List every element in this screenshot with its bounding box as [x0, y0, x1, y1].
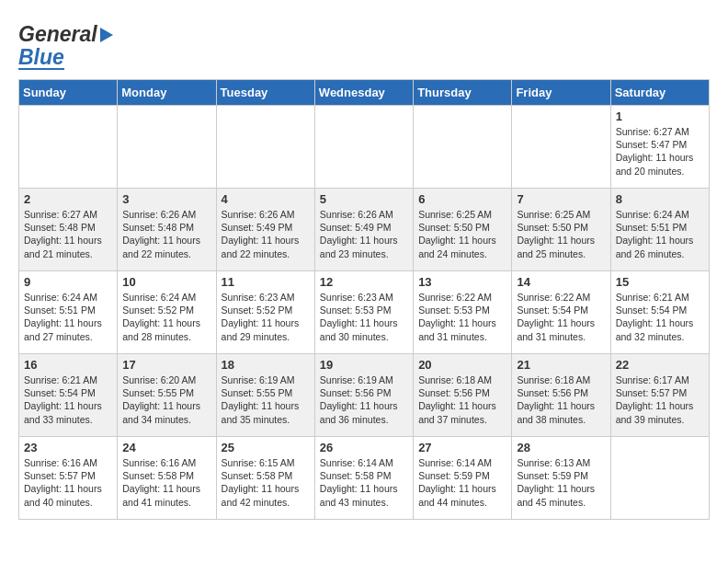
day-number: 18 [222, 358, 310, 372]
logo-arrow-icon [100, 28, 113, 42]
calendar-cell: 10Sunrise: 6:24 AM Sunset: 5:52 PM Dayli… [118, 271, 216, 354]
calendar-cell: 12Sunrise: 6:23 AM Sunset: 5:53 PM Dayli… [314, 271, 413, 354]
day-of-week-header: Monday [118, 80, 216, 106]
calendar-cell: 18Sunrise: 6:19 AM Sunset: 5:55 PM Dayli… [216, 354, 314, 437]
day-info: Sunrise: 6:24 AM Sunset: 5:51 PM Dayligh… [24, 291, 112, 343]
day-number: 24 [122, 441, 210, 454]
calendar-cell [314, 106, 413, 189]
day-info: Sunrise: 6:17 AM Sunset: 5:57 PM Dayligh… [616, 373, 704, 426]
day-info: Sunrise: 6:24 AM Sunset: 5:52 PM Dayligh… [122, 291, 210, 343]
day-number: 16 [24, 358, 112, 372]
day-info: Sunrise: 6:25 AM Sunset: 5:50 PM Dayligh… [418, 208, 506, 260]
day-info: Sunrise: 6:23 AM Sunset: 5:52 PM Dayligh… [222, 291, 310, 343]
logo-general-text: General [18, 22, 97, 47]
calendar-cell: 14Sunrise: 6:22 AM Sunset: 5:54 PM Dayli… [512, 271, 610, 354]
day-of-week-header: Friday [512, 80, 610, 106]
calendar-cell: 5Sunrise: 6:26 AM Sunset: 5:49 PM Daylig… [314, 189, 413, 271]
day-of-week-header: Sunday [19, 80, 118, 106]
day-info: Sunrise: 6:23 AM Sunset: 5:53 PM Dayligh… [320, 291, 408, 343]
calendar-cell: 6Sunrise: 6:25 AM Sunset: 5:50 PM Daylig… [414, 189, 512, 271]
day-info: Sunrise: 6:21 AM Sunset: 5:54 PM Dayligh… [24, 373, 112, 426]
day-of-week-header: Tuesday [216, 80, 314, 106]
day-info: Sunrise: 6:18 AM Sunset: 5:56 PM Dayligh… [418, 373, 506, 426]
calendar-cell: 8Sunrise: 6:24 AM Sunset: 5:51 PM Daylig… [610, 189, 709, 271]
day-number: 9 [24, 275, 112, 289]
day-number: 5 [320, 192, 408, 206]
calendar-cell: 27Sunrise: 6:14 AM Sunset: 5:59 PM Dayli… [414, 437, 512, 520]
day-info: Sunrise: 6:24 AM Sunset: 5:51 PM Dayligh… [616, 208, 704, 260]
day-number: 21 [517, 358, 605, 372]
day-number: 10 [122, 275, 210, 289]
calendar-week-row: 2Sunrise: 6:27 AM Sunset: 5:48 PM Daylig… [19, 189, 710, 271]
day-number: 6 [418, 192, 506, 206]
day-info: Sunrise: 6:22 AM Sunset: 5:53 PM Dayligh… [418, 291, 506, 343]
calendar-cell: 4Sunrise: 6:26 AM Sunset: 5:49 PM Daylig… [216, 189, 314, 271]
day-number: 7 [517, 192, 605, 206]
day-number: 17 [122, 358, 210, 372]
calendar-cell: 20Sunrise: 6:18 AM Sunset: 5:56 PM Dayli… [414, 354, 512, 437]
day-info: Sunrise: 6:27 AM Sunset: 5:48 PM Dayligh… [24, 208, 112, 260]
calendar-cell: 15Sunrise: 6:21 AM Sunset: 5:54 PM Dayli… [610, 271, 709, 354]
logo: General Blue [18, 18, 113, 70]
calendar-cell: 3Sunrise: 6:26 AM Sunset: 5:48 PM Daylig… [118, 189, 216, 271]
calendar-cell: 21Sunrise: 6:18 AM Sunset: 5:56 PM Dayli… [512, 354, 610, 437]
day-number: 25 [222, 441, 310, 454]
day-info: Sunrise: 6:26 AM Sunset: 5:49 PM Dayligh… [320, 208, 408, 260]
calendar-cell: 16Sunrise: 6:21 AM Sunset: 5:54 PM Dayli… [19, 354, 118, 437]
day-number: 1 [616, 109, 704, 123]
day-info: Sunrise: 6:14 AM Sunset: 5:59 PM Dayligh… [418, 456, 506, 509]
day-info: Sunrise: 6:25 AM Sunset: 5:50 PM Dayligh… [517, 208, 605, 260]
day-number: 3 [122, 192, 210, 206]
day-number: 27 [418, 441, 506, 454]
logo-blue-text: Blue [18, 47, 64, 70]
day-info: Sunrise: 6:26 AM Sunset: 5:49 PM Dayligh… [222, 208, 310, 260]
day-number: 11 [222, 275, 310, 289]
day-number: 8 [616, 192, 704, 206]
calendar-cell: 17Sunrise: 6:20 AM Sunset: 5:55 PM Dayli… [118, 354, 216, 437]
calendar-cell: 13Sunrise: 6:22 AM Sunset: 5:53 PM Dayli… [414, 271, 512, 354]
calendar-cell: 25Sunrise: 6:15 AM Sunset: 5:58 PM Dayli… [216, 437, 314, 520]
calendar-cell [19, 106, 118, 189]
calendar-cell: 23Sunrise: 6:16 AM Sunset: 5:57 PM Dayli… [19, 437, 118, 520]
day-number: 15 [616, 275, 704, 289]
day-number: 22 [616, 358, 704, 372]
day-number: 14 [517, 275, 605, 289]
day-info: Sunrise: 6:16 AM Sunset: 5:57 PM Dayligh… [24, 456, 112, 509]
calendar-cell [118, 106, 216, 189]
day-number: 19 [320, 358, 408, 372]
day-info: Sunrise: 6:13 AM Sunset: 5:59 PM Dayligh… [517, 456, 605, 509]
calendar-header-row: SundayMondayTuesdayWednesdayThursdayFrid… [19, 80, 710, 106]
day-info: Sunrise: 6:21 AM Sunset: 5:54 PM Dayligh… [616, 291, 704, 343]
calendar-cell [216, 106, 314, 189]
calendar-table: SundayMondayTuesdayWednesdayThursdayFrid… [18, 79, 710, 520]
day-number: 26 [320, 441, 408, 454]
day-number: 28 [517, 441, 605, 454]
day-info: Sunrise: 6:20 AM Sunset: 5:55 PM Dayligh… [122, 373, 210, 426]
calendar-week-row: 16Sunrise: 6:21 AM Sunset: 5:54 PM Dayli… [19, 354, 710, 437]
day-info: Sunrise: 6:19 AM Sunset: 5:55 PM Dayligh… [222, 373, 310, 426]
day-number: 20 [418, 358, 506, 372]
calendar-cell: 2Sunrise: 6:27 AM Sunset: 5:48 PM Daylig… [19, 189, 118, 271]
calendar-cell [414, 106, 512, 189]
calendar-cell: 26Sunrise: 6:14 AM Sunset: 5:58 PM Dayli… [314, 437, 413, 520]
day-info: Sunrise: 6:15 AM Sunset: 5:58 PM Dayligh… [222, 456, 310, 509]
day-of-week-header: Thursday [414, 80, 512, 106]
day-number: 4 [222, 192, 310, 206]
calendar-cell: 1Sunrise: 6:27 AM Sunset: 5:47 PM Daylig… [610, 106, 709, 189]
day-info: Sunrise: 6:27 AM Sunset: 5:47 PM Dayligh… [616, 125, 704, 178]
calendar-cell: 11Sunrise: 6:23 AM Sunset: 5:52 PM Dayli… [216, 271, 314, 354]
calendar-week-row: 1Sunrise: 6:27 AM Sunset: 5:47 PM Daylig… [19, 106, 710, 189]
day-number: 13 [418, 275, 506, 289]
day-info: Sunrise: 6:16 AM Sunset: 5:58 PM Dayligh… [122, 456, 210, 509]
calendar-cell: 9Sunrise: 6:24 AM Sunset: 5:51 PM Daylig… [19, 271, 118, 354]
calendar-cell: 19Sunrise: 6:19 AM Sunset: 5:56 PM Dayli… [314, 354, 413, 437]
day-info: Sunrise: 6:19 AM Sunset: 5:56 PM Dayligh… [320, 373, 408, 426]
day-info: Sunrise: 6:18 AM Sunset: 5:56 PM Dayligh… [517, 373, 605, 426]
calendar-week-row: 9Sunrise: 6:24 AM Sunset: 5:51 PM Daylig… [19, 271, 710, 354]
page-header: General Blue [18, 18, 710, 70]
calendar-cell: 24Sunrise: 6:16 AM Sunset: 5:58 PM Dayli… [118, 437, 216, 520]
day-number: 23 [24, 441, 112, 454]
calendar-cell [610, 437, 709, 520]
day-of-week-header: Saturday [610, 80, 709, 106]
calendar-cell: 7Sunrise: 6:25 AM Sunset: 5:50 PM Daylig… [512, 189, 610, 271]
